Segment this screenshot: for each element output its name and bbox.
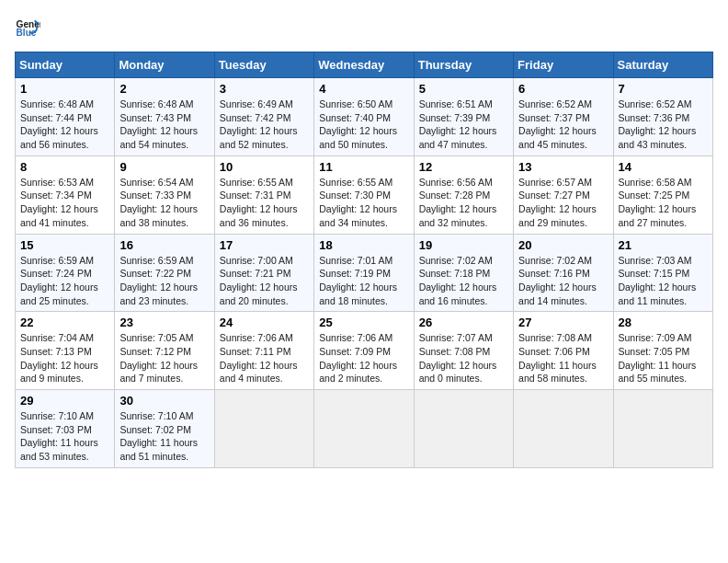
calendar-cell: 4 Sunrise: 6:50 AM Sunset: 7:40 PM Dayli… <box>314 78 414 156</box>
day-info: Sunrise: 6:49 AM Sunset: 7:42 PM Dayligh… <box>220 98 309 152</box>
day-info: Sunrise: 7:08 AM Sunset: 7:06 PM Dayligh… <box>518 331 608 385</box>
calendar-cell: 16 Sunrise: 6:59 AM Sunset: 7:22 PM Dayl… <box>115 234 214 312</box>
calendar-cell: 13 Sunrise: 6:57 AM Sunset: 7:27 PM Dayl… <box>514 155 613 234</box>
calendar-cell: 24 Sunrise: 7:06 AM Sunset: 7:11 PM Dayl… <box>214 312 313 390</box>
calendar-cell: 14 Sunrise: 6:58 AM Sunset: 7:25 PM Dayl… <box>613 155 712 234</box>
day-number: 13 <box>518 160 608 174</box>
calendar-header-row: SundayMondayTuesdayWednesdayThursdayFrid… <box>16 52 713 78</box>
calendar-cell: 20 Sunrise: 7:02 AM Sunset: 7:16 PM Dayl… <box>514 234 613 312</box>
day-info: Sunrise: 6:59 AM Sunset: 7:24 PM Dayligh… <box>20 254 109 308</box>
day-info: Sunrise: 6:55 AM Sunset: 7:31 PM Dayligh… <box>220 176 309 230</box>
calendar-cell: 25 Sunrise: 7:06 AM Sunset: 7:09 PM Dayl… <box>314 312 414 390</box>
day-number: 19 <box>419 238 508 252</box>
calendar-cell <box>314 390 414 468</box>
day-info: Sunrise: 7:10 AM Sunset: 7:02 PM Dayligh… <box>119 409 209 464</box>
calendar-table: SundayMondayTuesdayWednesdayThursdayFrid… <box>15 52 713 468</box>
calendar-cell <box>414 390 513 468</box>
header-tuesday: Tuesday <box>214 52 313 78</box>
day-number: 10 <box>220 160 309 174</box>
day-number: 26 <box>419 316 508 329</box>
day-number: 11 <box>319 160 408 174</box>
header-wednesday: Wednesday <box>314 52 414 78</box>
calendar-cell: 1 Sunrise: 6:48 AM Sunset: 7:44 PM Dayli… <box>16 78 115 156</box>
day-info: Sunrise: 6:48 AM Sunset: 7:43 PM Dayligh… <box>119 98 209 152</box>
calendar-cell: 19 Sunrise: 7:02 AM Sunset: 7:18 PM Dayl… <box>414 234 513 312</box>
day-number: 5 <box>419 82 508 96</box>
calendar-cell: 10 Sunrise: 6:55 AM Sunset: 7:31 PM Dayl… <box>214 155 313 234</box>
day-info: Sunrise: 7:05 AM Sunset: 7:12 PM Dayligh… <box>119 331 209 385</box>
day-number: 8 <box>20 160 109 174</box>
day-number: 27 <box>518 316 608 329</box>
day-info: Sunrise: 7:04 AM Sunset: 7:13 PM Dayligh… <box>20 331 109 385</box>
calendar-week-row: 1 Sunrise: 6:48 AM Sunset: 7:44 PM Dayli… <box>16 78 713 156</box>
calendar-week-row: 8 Sunrise: 6:53 AM Sunset: 7:34 PM Dayli… <box>16 155 713 234</box>
calendar-cell: 22 Sunrise: 7:04 AM Sunset: 7:13 PM Dayl… <box>16 312 115 390</box>
calendar-cell: 26 Sunrise: 7:07 AM Sunset: 7:08 PM Dayl… <box>414 312 513 390</box>
calendar-cell <box>613 390 712 468</box>
calendar-week-row: 29 Sunrise: 7:10 AM Sunset: 7:03 PM Dayl… <box>16 390 713 468</box>
day-number: 29 <box>20 394 109 408</box>
header-thursday: Thursday <box>414 52 513 78</box>
calendar-cell: 12 Sunrise: 6:56 AM Sunset: 7:28 PM Dayl… <box>414 155 513 234</box>
day-number: 22 <box>20 316 109 329</box>
day-number: 17 <box>220 238 309 252</box>
day-info: Sunrise: 6:57 AM Sunset: 7:27 PM Dayligh… <box>518 176 608 230</box>
day-info: Sunrise: 7:00 AM Sunset: 7:21 PM Dayligh… <box>220 254 309 308</box>
day-number: 1 <box>20 82 109 96</box>
day-info: Sunrise: 7:01 AM Sunset: 7:19 PM Dayligh… <box>319 254 408 308</box>
day-info: Sunrise: 6:50 AM Sunset: 7:40 PM Dayligh… <box>319 98 408 152</box>
day-number: 21 <box>619 238 708 252</box>
day-info: Sunrise: 6:56 AM Sunset: 7:28 PM Dayligh… <box>419 176 508 230</box>
calendar-cell: 11 Sunrise: 6:55 AM Sunset: 7:30 PM Dayl… <box>314 155 414 234</box>
day-info: Sunrise: 6:53 AM Sunset: 7:34 PM Dayligh… <box>20 176 109 230</box>
header-sunday: Sunday <box>16 52 115 78</box>
calendar-cell: 15 Sunrise: 6:59 AM Sunset: 7:24 PM Dayl… <box>16 234 115 312</box>
day-number: 28 <box>619 316 708 329</box>
calendar-week-row: 22 Sunrise: 7:04 AM Sunset: 7:13 PM Dayl… <box>16 312 713 390</box>
day-info: Sunrise: 6:58 AM Sunset: 7:25 PM Dayligh… <box>619 176 708 230</box>
day-number: 6 <box>518 82 608 96</box>
day-number: 7 <box>619 82 708 96</box>
day-number: 3 <box>220 82 309 96</box>
calendar-cell: 18 Sunrise: 7:01 AM Sunset: 7:19 PM Dayl… <box>314 234 414 312</box>
day-number: 24 <box>220 316 309 329</box>
day-info: Sunrise: 7:09 AM Sunset: 7:05 PM Dayligh… <box>619 331 708 385</box>
header-saturday: Saturday <box>613 52 712 78</box>
calendar-cell: 8 Sunrise: 6:53 AM Sunset: 7:34 PM Dayli… <box>16 155 115 234</box>
day-info: Sunrise: 6:55 AM Sunset: 7:30 PM Dayligh… <box>319 176 408 230</box>
calendar-cell: 29 Sunrise: 7:10 AM Sunset: 7:03 PM Dayl… <box>16 390 115 468</box>
calendar-cell: 3 Sunrise: 6:49 AM Sunset: 7:42 PM Dayli… <box>214 78 313 156</box>
day-info: Sunrise: 6:59 AM Sunset: 7:22 PM Dayligh… <box>119 254 209 308</box>
day-info: Sunrise: 7:10 AM Sunset: 7:03 PM Dayligh… <box>20 409 109 464</box>
day-number: 2 <box>119 82 209 96</box>
logo-icon: General Blue <box>15 15 40 40</box>
calendar-cell: 27 Sunrise: 7:08 AM Sunset: 7:06 PM Dayl… <box>514 312 613 390</box>
calendar-cell: 17 Sunrise: 7:00 AM Sunset: 7:21 PM Dayl… <box>214 234 313 312</box>
day-info: Sunrise: 6:54 AM Sunset: 7:33 PM Dayligh… <box>119 176 209 230</box>
calendar-cell: 7 Sunrise: 6:52 AM Sunset: 7:36 PM Dayli… <box>613 78 712 156</box>
day-info: Sunrise: 6:48 AM Sunset: 7:44 PM Dayligh… <box>20 98 109 152</box>
day-info: Sunrise: 7:02 AM Sunset: 7:18 PM Dayligh… <box>419 254 508 308</box>
day-info: Sunrise: 6:51 AM Sunset: 7:39 PM Dayligh… <box>419 98 508 152</box>
day-info: Sunrise: 7:06 AM Sunset: 7:11 PM Dayligh… <box>220 331 309 385</box>
header-monday: Monday <box>115 52 214 78</box>
calendar-cell: 21 Sunrise: 7:03 AM Sunset: 7:15 PM Dayl… <box>613 234 712 312</box>
calendar-week-row: 15 Sunrise: 6:59 AM Sunset: 7:24 PM Dayl… <box>16 234 713 312</box>
calendar-cell <box>214 390 313 468</box>
day-number: 25 <box>319 316 408 329</box>
logo: General Blue <box>15 15 44 40</box>
day-number: 15 <box>20 238 109 252</box>
day-number: 12 <box>419 160 508 174</box>
calendar-cell: 6 Sunrise: 6:52 AM Sunset: 7:37 PM Dayli… <box>514 78 613 156</box>
day-number: 9 <box>119 160 209 174</box>
day-info: Sunrise: 7:06 AM Sunset: 7:09 PM Dayligh… <box>319 331 408 385</box>
calendar-cell: 5 Sunrise: 6:51 AM Sunset: 7:39 PM Dayli… <box>414 78 513 156</box>
day-number: 4 <box>319 82 408 96</box>
calendar-cell: 23 Sunrise: 7:05 AM Sunset: 7:12 PM Dayl… <box>115 312 214 390</box>
calendar-cell: 9 Sunrise: 6:54 AM Sunset: 7:33 PM Dayli… <box>115 155 214 234</box>
day-info: Sunrise: 6:52 AM Sunset: 7:36 PM Dayligh… <box>619 98 708 152</box>
day-info: Sunrise: 7:02 AM Sunset: 7:16 PM Dayligh… <box>518 254 608 308</box>
day-number: 14 <box>619 160 708 174</box>
day-info: Sunrise: 7:07 AM Sunset: 7:08 PM Dayligh… <box>419 331 508 385</box>
day-number: 18 <box>319 238 408 252</box>
